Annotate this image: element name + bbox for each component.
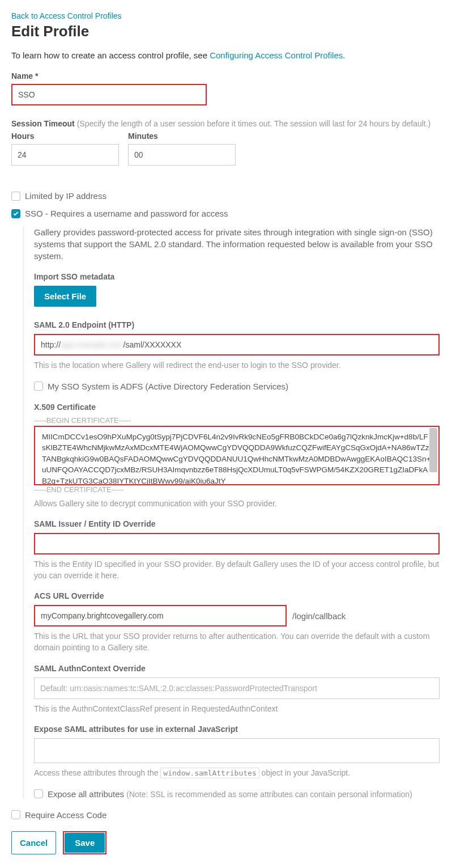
hours-input[interactable] (11, 144, 119, 166)
acs-hint: This is the URL that your SSO provider r… (34, 631, 445, 653)
issuer-hint: This is the Entity ID specified in your … (34, 559, 445, 581)
authn-label: SAML AuthnContext Override (34, 664, 445, 673)
limited-ip-checkbox[interactable] (11, 192, 20, 201)
acs-input[interactable] (34, 605, 287, 626)
endpoint-hint: This is the location where Gallery will … (34, 360, 445, 371)
name-input[interactable] (11, 84, 207, 105)
expose-attrs-label: Expose SAML attributes for use in extern… (34, 725, 445, 734)
scrollbar[interactable] (429, 428, 437, 472)
endpoint-input[interactable] (34, 334, 440, 355)
acs-label: ACS URL Override (34, 591, 445, 600)
cert-label: X.509 Certificate (34, 403, 445, 412)
select-file-button[interactable]: Select File (34, 286, 96, 307)
cert-end-marker: -----END CERTIFICATE----- (34, 485, 445, 494)
limited-ip-label: Limited by IP address (25, 191, 106, 201)
minutes-label: Minutes (128, 132, 236, 141)
sso-description: Gallery provides password-protected acce… (34, 226, 445, 262)
minutes-input[interactable] (128, 144, 236, 166)
sso-checkbox-label: SSO - Requires a username and password f… (25, 209, 228, 218)
expose-attrs-input[interactable] (34, 738, 440, 763)
cert-hint: Allows Gallery site to decrypt communica… (34, 498, 445, 510)
cert-textarea[interactable]: MIICmDCCv1esO9hPXuMpCyg0tSypj7PjCDVF6L4n… (34, 426, 440, 485)
save-button[interactable]: Save (65, 833, 105, 853)
endpoint-label: SAML 2.0 Endpoint (HTTP) (34, 320, 445, 329)
issuer-input[interactable] (34, 533, 440, 554)
configure-link[interactable]: Configuring Access Control Profiles (210, 50, 343, 60)
adfs-checkbox[interactable] (34, 382, 43, 391)
hours-label: Hours (11, 132, 119, 141)
name-label: Name * (11, 71, 445, 81)
session-timeout-label: Session Timeout (Specify the length of a… (11, 119, 445, 128)
intro-text: To learn how to create an access control… (11, 50, 445, 60)
expose-all-label: Expose all attributes (Note: SSL is reco… (48, 789, 412, 799)
sso-checkbox[interactable] (11, 209, 20, 218)
cert-begin-marker: -----BEGIN CERTIFICATE----- (34, 416, 445, 425)
issuer-label: SAML Issuer / Entity ID Override (34, 519, 445, 528)
acs-suffix: /login/callback (292, 611, 346, 621)
cancel-button[interactable]: Cancel (11, 831, 56, 854)
authn-hint: This is the AuthnContextClassRef present… (34, 704, 445, 715)
require-access-code-checkbox[interactable] (11, 810, 20, 819)
import-metadata-label: Import SSO metadata (34, 272, 445, 281)
authn-input[interactable] (34, 678, 440, 699)
back-link[interactable]: Back to Access Control Profiles (11, 11, 122, 20)
expose-attrs-hint: Access these attributes through the wind… (34, 768, 445, 779)
page-title: Edit Profile (11, 23, 445, 40)
expose-all-checkbox[interactable] (34, 789, 43, 798)
require-access-code-label: Require Access Code (25, 810, 106, 820)
adfs-label: My SSO System is ADFS (Active Directory … (48, 382, 288, 391)
